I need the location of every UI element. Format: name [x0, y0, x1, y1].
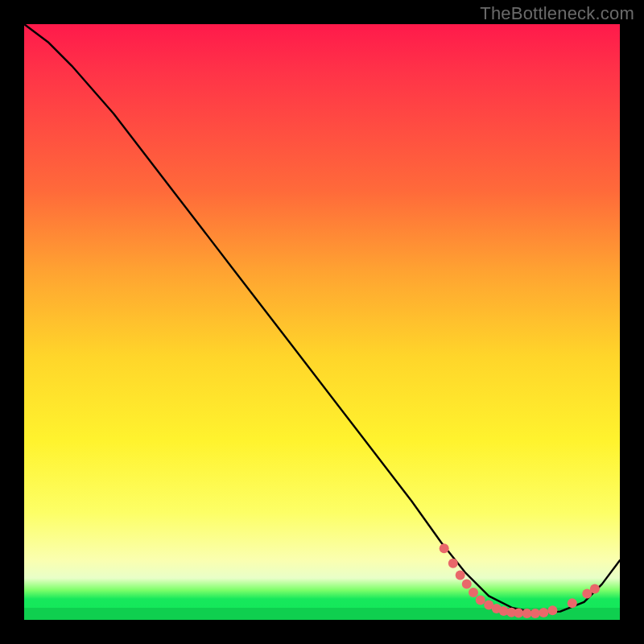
- highlight-dot: [440, 543, 449, 553]
- highlight-dot: [522, 609, 532, 618]
- chart-stage: TheBottleneck.com: [0, 0, 644, 644]
- highlight-dot: [462, 580, 472, 589]
- highlight-dot: [476, 596, 485, 605]
- highlight-dot: [590, 584, 600, 594]
- highlight-dot: [547, 605, 557, 615]
- highlight-dot: [514, 609, 523, 618]
- highlight-dot: [539, 608, 548, 617]
- watermark-text: TheBottleneck.com: [480, 3, 634, 24]
- highlight-dot: [469, 588, 478, 597]
- bottleneck-curve: [24, 24, 620, 613]
- plot-area: [24, 24, 620, 620]
- highlight-markers: [440, 543, 600, 618]
- curve-layer: [24, 24, 620, 620]
- highlight-dot: [456, 571, 465, 580]
- highlight-dot: [530, 609, 540, 618]
- highlight-dot: [568, 598, 577, 608]
- highlight-dot: [448, 559, 458, 568]
